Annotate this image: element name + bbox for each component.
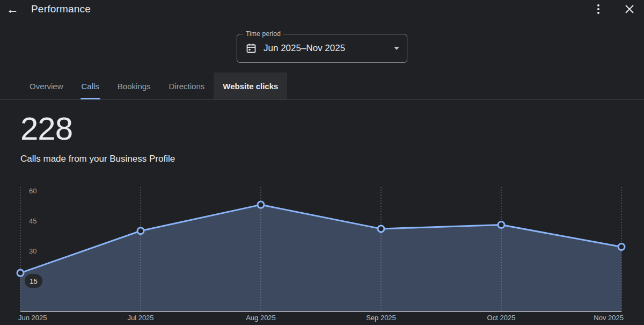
top-bar: ← Performance [0, 0, 644, 18]
time-period-label: Time period [243, 30, 283, 38]
area-fill [20, 205, 621, 311]
ytick-label: 45 [29, 217, 36, 225]
data-point[interactable] [137, 228, 144, 234]
time-period-select[interactable]: Time period Jun 2025–Nov 2025 [237, 34, 407, 63]
back-button[interactable]: ← [4, 1, 20, 17]
metric-total: 228 [20, 113, 624, 145]
page-title: Performance [31, 3, 91, 15]
tab-calls[interactable]: Calls [72, 73, 108, 99]
xtick-label: Oct 2025 [487, 314, 516, 322]
tab-website-clicks[interactable]: Website clicks [214, 73, 287, 99]
back-arrow-icon: ← [6, 3, 19, 16]
calls-area-chart-svg: 15304560Jun 2025Jul 2025Aug 2025Sep 2025… [0, 184, 644, 325]
xtick-label: Sep 2025 [366, 314, 396, 322]
data-point[interactable] [258, 201, 264, 208]
ytick-label: 30 [29, 247, 36, 255]
xtick-label: Aug 2025 [246, 314, 276, 322]
dropdown-caret-icon [394, 47, 399, 50]
data-point[interactable] [498, 222, 504, 228]
kebab-menu-icon [597, 4, 599, 14]
metric-description: Calls made from your Business Profile [20, 154, 624, 164]
calls-chart: 15304560Jun 2025Jul 2025Aug 2025Sep 2025… [0, 184, 644, 325]
close-icon [625, 4, 634, 14]
xtick-label: Jul 2025 [127, 314, 153, 322]
tab-overview[interactable]: Overview [20, 73, 72, 99]
calendar-icon [246, 43, 257, 54]
overflow-menu-button[interactable] [590, 1, 606, 17]
time-period-row: Time period Jun 2025–Nov 2025 [0, 34, 644, 63]
data-point[interactable] [618, 244, 625, 250]
xtick-label: Nov 2025 [594, 314, 624, 322]
ytick-label: 60 [29, 187, 36, 195]
data-point[interactable] [378, 226, 384, 232]
tab-directions[interactable]: Directions [160, 73, 214, 99]
ytick-label: 15 [30, 277, 37, 285]
close-button[interactable] [621, 1, 638, 17]
tab-bookings[interactable]: Bookings [108, 73, 160, 99]
data-point[interactable] [17, 270, 24, 276]
metric-summary: 228 Calls made from your Business Profil… [0, 113, 644, 164]
xtick-label: Jun 2025 [18, 314, 47, 322]
tab-bar: Overview Calls Bookings Directions Websi… [0, 73, 644, 100]
time-period-value: Jun 2025–Nov 2025 [264, 43, 345, 54]
